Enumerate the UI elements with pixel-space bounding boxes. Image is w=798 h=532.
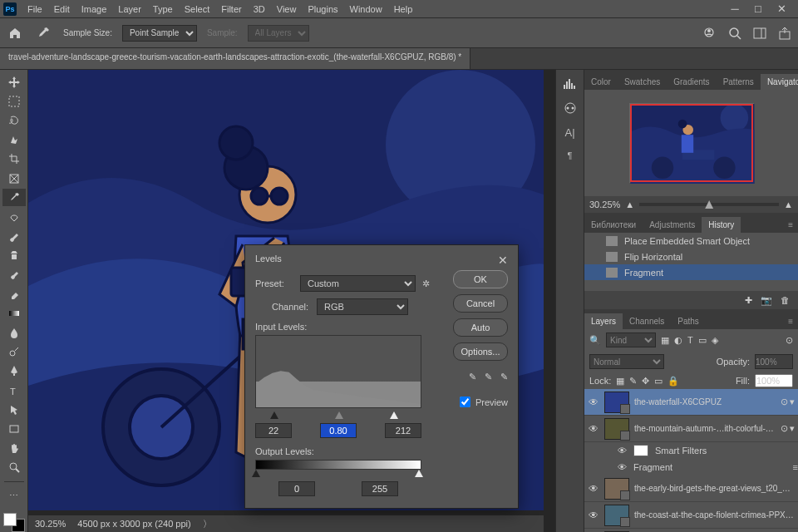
lock-position-icon[interactable]: ✥ bbox=[642, 376, 649, 387]
layer-row[interactable]: 👁 summer-poppies-in-norfolk-uk_t20_8ln8A… bbox=[584, 529, 798, 532]
preset-select[interactable]: Custom bbox=[300, 275, 416, 292]
zoom-readout[interactable]: 30.25% bbox=[35, 519, 66, 529]
output-white[interactable] bbox=[362, 481, 398, 496]
snapshot-icon[interactable]: 📷 bbox=[761, 295, 772, 306]
filter-type-icon[interactable]: T bbox=[687, 335, 693, 345]
move-tool[interactable] bbox=[2, 73, 26, 91]
layer-row[interactable]: 👁 the-waterfall-X6CGPUZ ⊙▾ bbox=[584, 389, 798, 416]
preview-checkbox[interactable] bbox=[460, 397, 470, 407]
tab-layers[interactable]: Layers bbox=[584, 313, 623, 329]
layer-row[interactable]: 👁 the-early-bird-gets-the-great-views_t2… bbox=[584, 475, 798, 502]
history-item[interactable]: Fragment bbox=[584, 264, 798, 280]
filter-toggle[interactable]: ⊙ bbox=[786, 335, 793, 346]
dialog-close-icon[interactable]: ✕ bbox=[498, 254, 508, 267]
hand-tool[interactable] bbox=[2, 440, 26, 457]
color-swatches[interactable] bbox=[3, 513, 25, 532]
eraser-tool[interactable] bbox=[2, 285, 26, 303]
sample-select[interactable]: All Layers bbox=[248, 25, 309, 42]
panel-menu-icon[interactable]: ≡ bbox=[783, 217, 798, 233]
layer-thumbnail[interactable] bbox=[604, 392, 629, 413]
menu-file[interactable]: File bbox=[22, 4, 48, 14]
shape-tool[interactable] bbox=[2, 420, 26, 437]
auto-button[interactable]: Auto bbox=[453, 318, 508, 337]
brush-tool[interactable] bbox=[2, 228, 26, 245]
crop-tool[interactable] bbox=[2, 150, 26, 168]
dodge-tool[interactable] bbox=[2, 343, 26, 361]
close-button[interactable]: ✕ bbox=[776, 2, 786, 15]
paragraph-panel-icon[interactable]: ¶ bbox=[568, 150, 573, 160]
layer-name[interactable]: the-early-bird-gets-the-great-views_t20_… bbox=[634, 484, 795, 493]
menu-type[interactable]: Type bbox=[147, 4, 179, 14]
sample-size-select[interactable]: Point Sample bbox=[122, 25, 197, 42]
preset-menu-icon[interactable]: ✲ bbox=[422, 278, 430, 289]
quick-select-tool[interactable] bbox=[2, 131, 26, 149]
panel-menu-icon[interactable]: ≡ bbox=[783, 313, 798, 329]
kind-filter[interactable]: Kind bbox=[606, 332, 656, 347]
lock-all-icon[interactable]: 🔒 bbox=[667, 376, 679, 387]
black-eyedropper-icon[interactable]: ✎ bbox=[469, 372, 476, 382]
menu-plugins[interactable]: Plugins bbox=[302, 4, 343, 14]
menu-view[interactable]: View bbox=[271, 4, 303, 14]
zoom-out-icon[interactable]: ▲ bbox=[625, 200, 634, 209]
minimize-button[interactable]: ─ bbox=[730, 2, 740, 15]
output-black-slider[interactable] bbox=[252, 470, 260, 477]
zoom-tool[interactable] bbox=[2, 459, 26, 476]
smart-filter-item[interactable]: 👁Fragment≡ bbox=[584, 459, 798, 475]
white-point-slider[interactable] bbox=[390, 411, 398, 419]
tab-libraries[interactable]: Библиотеки bbox=[584, 217, 643, 233]
frame-tool[interactable] bbox=[2, 170, 26, 187]
visibility-toggle[interactable]: 👁 bbox=[588, 510, 599, 521]
layer-name[interactable]: the-mountain-autumn-…ith-colorful-F7T6P2… bbox=[634, 424, 776, 433]
filter-pixel-icon[interactable]: ▦ bbox=[661, 335, 669, 346]
blend-mode[interactable]: Normal bbox=[589, 354, 664, 369]
healing-tool[interactable] bbox=[2, 208, 26, 225]
menu-filter[interactable]: Filter bbox=[215, 4, 247, 14]
fill-input[interactable] bbox=[755, 374, 793, 387]
options-button[interactable]: Options... bbox=[453, 342, 508, 361]
search-icon[interactable] bbox=[728, 27, 741, 40]
input-gamma[interactable] bbox=[320, 423, 357, 438]
menu-layer[interactable]: Layer bbox=[112, 4, 147, 14]
blur-tool[interactable] bbox=[2, 323, 26, 341]
histogram-panel-icon[interactable] bbox=[563, 78, 578, 90]
visibility-toggle[interactable]: 👁 bbox=[588, 483, 599, 495]
visibility-toggle[interactable]: 👁 bbox=[588, 423, 599, 435]
layer-thumbnail[interactable] bbox=[604, 505, 629, 526]
lock-paint-icon[interactable]: ✎ bbox=[629, 376, 637, 387]
delete-state-icon[interactable]: 🗑 bbox=[781, 295, 790, 305]
document-tab[interactable]: travel-adventure-landscape-greece-touris… bbox=[0, 48, 470, 69]
history-item[interactable]: Flip Horizontal bbox=[584, 249, 798, 264]
menu-image[interactable]: Image bbox=[76, 4, 113, 14]
menu-window[interactable]: Window bbox=[344, 4, 388, 14]
filter-adjust-icon[interactable]: ◐ bbox=[674, 335, 682, 346]
character-panel-icon[interactable]: A| bbox=[564, 126, 574, 139]
channel-select[interactable]: RGB bbox=[317, 298, 408, 315]
clone-tool[interactable] bbox=[2, 247, 26, 264]
tab-gradients[interactable]: Gradients bbox=[667, 74, 716, 90]
path-select-tool[interactable] bbox=[2, 401, 26, 418]
lock-pixels-icon[interactable]: ▦ bbox=[616, 376, 624, 387]
gradient-tool[interactable] bbox=[2, 304, 26, 322]
menu-help[interactable]: Help bbox=[388, 4, 419, 14]
history-brush-tool[interactable] bbox=[2, 266, 26, 283]
pen-tool[interactable] bbox=[2, 362, 26, 380]
tab-paths[interactable]: Paths bbox=[671, 313, 706, 329]
layer-name[interactable]: the-waterfall-X6CGPUZ bbox=[634, 397, 776, 406]
status-chevron[interactable]: 〉 bbox=[203, 518, 212, 530]
eyedropper-icon[interactable] bbox=[33, 23, 53, 43]
maximize-button[interactable]: □ bbox=[753, 2, 763, 15]
gray-eyedropper-icon[interactable]: ✎ bbox=[485, 372, 492, 382]
layer-row[interactable]: 👁 the-mountain-autumn-…ith-colorful-F7T6… bbox=[584, 416, 798, 442]
tab-adjustments[interactable]: Adjustments bbox=[643, 217, 702, 233]
ok-button[interactable]: OK bbox=[453, 270, 508, 288]
input-white[interactable] bbox=[385, 423, 421, 438]
smart-filters-row[interactable]: 👁Smart Filters bbox=[584, 442, 798, 459]
opacity-input[interactable] bbox=[755, 354, 793, 369]
menu-3d[interactable]: 3D bbox=[248, 4, 271, 14]
visibility-toggle[interactable]: 👁 bbox=[588, 397, 599, 408]
eyedropper-tool[interactable] bbox=[2, 189, 26, 206]
history-item[interactable]: Place Embedded Smart Object bbox=[584, 233, 798, 249]
white-eyedropper-icon[interactable]: ✎ bbox=[500, 372, 508, 382]
lasso-tool[interactable] bbox=[2, 111, 26, 129]
input-black[interactable] bbox=[255, 423, 292, 438]
